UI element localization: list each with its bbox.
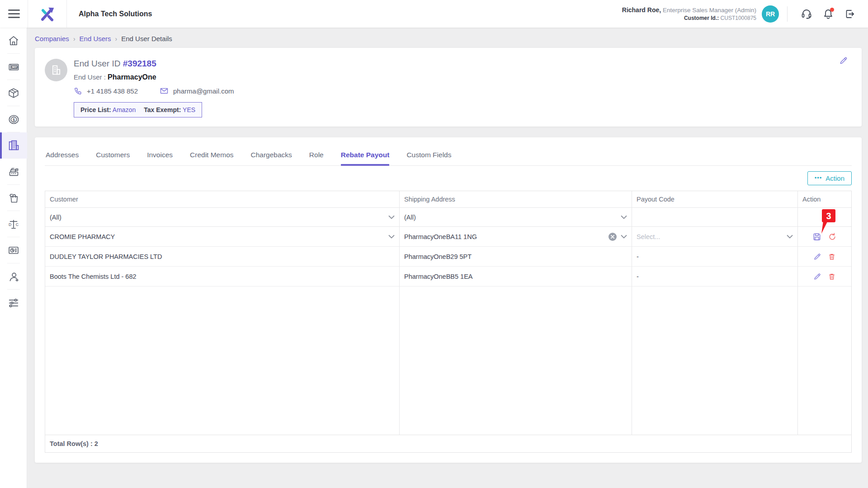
- x-logo-icon: [39, 5, 56, 23]
- ellipsis-icon: •••: [815, 174, 822, 181]
- tab-credit-memos[interactable]: Credit Memos: [190, 147, 233, 165]
- svg-text:C: C: [16, 222, 19, 227]
- clear-selection-icon[interactable]: [608, 232, 617, 241]
- tab-customers[interactable]: Customers: [96, 147, 130, 165]
- package-icon: [8, 87, 19, 99]
- sidebar-item-user-management[interactable]: [0, 263, 27, 290]
- row-action-cell: [798, 267, 851, 286]
- app-logo[interactable]: [28, 0, 67, 28]
- hamburger-menu-icon[interactable]: [0, 0, 28, 28]
- customer-filter-value: (All): [50, 214, 61, 221]
- end-user-name-line: End User : PharmacyOne: [74, 73, 234, 81]
- table-footer-row: Total Row(s) : 2: [45, 435, 851, 452]
- pencil-icon: [813, 253, 821, 261]
- trash-icon: [828, 272, 836, 281]
- customer-id-label: Customer Id.:: [684, 15, 719, 21]
- price-list-value: Amazon: [113, 106, 136, 113]
- edit-row-button[interactable]: [813, 253, 821, 261]
- price-list-label: Price List:: [80, 106, 111, 113]
- support-headset-icon[interactable]: [800, 7, 813, 21]
- chevron-down-icon: [621, 235, 627, 239]
- shipping-filter-dropdown[interactable]: (All): [400, 208, 632, 227]
- sidebar-item-pricing[interactable]: $: [0, 106, 27, 132]
- shipping-select-dropdown[interactable]: PharmacyOneBA11 1NG: [400, 227, 632, 247]
- shopping-bag-icon: [8, 192, 20, 204]
- email-icon: [160, 86, 169, 95]
- customer-id-value: CUST1000875: [721, 15, 756, 21]
- svg-text:D: D: [9, 222, 11, 227]
- delete-row-button[interactable]: [828, 253, 836, 261]
- column-header-shipping-address[interactable]: Shipping Address: [400, 191, 632, 208]
- notification-dot: [830, 8, 834, 12]
- payout-cell: -: [632, 267, 798, 286]
- svg-text:CRM: CRM: [12, 66, 18, 68]
- column-header-payout-code[interactable]: Payout Code: [632, 191, 798, 208]
- chevron-down-icon: [388, 215, 395, 219]
- sidebar-item-orders[interactable]: [0, 185, 27, 211]
- sliders-icon: [7, 296, 20, 309]
- payout-select-placeholder: Select...: [637, 233, 660, 240]
- cash-register-icon: [8, 166, 20, 178]
- sidebar-item-home[interactable]: [0, 28, 27, 54]
- customer-select-dropdown[interactable]: CROMIE PHARMACY: [45, 227, 400, 247]
- table-row: Boots The Chemists Ltd - 682 PharmacyOne…: [45, 267, 851, 286]
- tab-addresses[interactable]: Addresses: [46, 147, 79, 165]
- payout-code-select[interactable]: Select...: [632, 227, 798, 247]
- sidebar-item-companies[interactable]: [0, 132, 27, 159]
- breadcrumb: Companies › End Users › End User Details: [27, 28, 868, 48]
- shipping-cell-value: PharmacyOneBA11 1NG: [404, 233, 477, 240]
- tax-exempt-label: Tax Exempt:: [144, 106, 181, 113]
- end-user-id-value[interactable]: #392185: [123, 59, 156, 68]
- coin-dollar-icon: $: [8, 113, 20, 126]
- end-user-id-line: End User ID #392185: [74, 59, 234, 69]
- crm-card-icon: CRM: [8, 61, 20, 73]
- trash-icon: [828, 253, 836, 261]
- action-button-label: Action: [826, 174, 844, 182]
- tab-rebate-payout[interactable]: Rebate Payout: [341, 147, 390, 165]
- breadcrumb-end-users[interactable]: End Users: [80, 35, 111, 42]
- edit-row-button[interactable]: [813, 272, 821, 281]
- end-user-name-value: PharmacyOne: [108, 73, 156, 81]
- shipping-cell: PharmacyOneBB5 1EA: [400, 267, 632, 286]
- payout-filter-cell: [632, 208, 798, 227]
- sidebar-nav: CRM $: [0, 28, 27, 488]
- sidebar-item-reports[interactable]: [0, 237, 27, 263]
- delete-row-button[interactable]: [828, 272, 836, 281]
- annotation-step-badge: 3: [820, 209, 836, 235]
- breadcrumb-separator: ›: [115, 35, 118, 42]
- buildings-icon: [7, 139, 20, 152]
- breadcrumb-companies[interactable]: Companies: [35, 35, 69, 42]
- sidebar-item-products[interactable]: [0, 80, 27, 106]
- edit-end-user-button[interactable]: [839, 56, 848, 67]
- company-avatar: [45, 59, 67, 81]
- tab-chargebacks[interactable]: Chargebacks: [251, 147, 292, 165]
- debit-credit-scale-icon: D C: [7, 218, 20, 230]
- rebate-payout-table: Customer Shipping Address Payout Code Ac…: [45, 191, 852, 453]
- customer-filter-dropdown[interactable]: (All): [45, 208, 400, 227]
- total-rows-label: Total Row(s) : 2: [45, 435, 103, 452]
- logout-icon[interactable]: [843, 7, 857, 21]
- breadcrumb-separator: ›: [73, 35, 75, 42]
- action-button[interactable]: ••• Action: [807, 171, 852, 185]
- table-empty-area: [45, 286, 851, 435]
- customer-cell-value: CROMIE PHARMACY: [50, 233, 115, 240]
- payout-cell: -: [632, 247, 798, 267]
- main-content: Companies › End Users › End User Details…: [27, 28, 868, 488]
- report-pie-icon: [7, 244, 20, 257]
- tab-role[interactable]: Role: [309, 147, 324, 165]
- tab-custom-fields[interactable]: Custom Fields: [406, 147, 451, 165]
- sidebar-item-debit-credit[interactable]: D C: [0, 211, 27, 237]
- price-tax-info-box: Price List: Amazon Tax Exempt: YES: [74, 102, 202, 117]
- user-avatar[interactable]: RR: [762, 5, 779, 23]
- pencil-icon: [813, 272, 821, 281]
- column-header-customer[interactable]: Customer: [45, 191, 400, 208]
- sidebar-item-crm[interactable]: CRM: [0, 54, 27, 80]
- app-window: Alpha Tech Solutions Richard Roe, Enterp…: [0, 0, 868, 488]
- top-bar: Alpha Tech Solutions Richard Roe, Enterp…: [0, 0, 868, 28]
- svg-text:$: $: [13, 117, 15, 122]
- sidebar-item-billing[interactable]: [0, 159, 27, 185]
- notifications-bell-icon[interactable]: [821, 7, 835, 21]
- table-filter-row: (All) (All): [45, 208, 851, 227]
- sidebar-item-settings[interactable]: [0, 290, 27, 316]
- tab-invoices[interactable]: Invoices: [147, 147, 173, 165]
